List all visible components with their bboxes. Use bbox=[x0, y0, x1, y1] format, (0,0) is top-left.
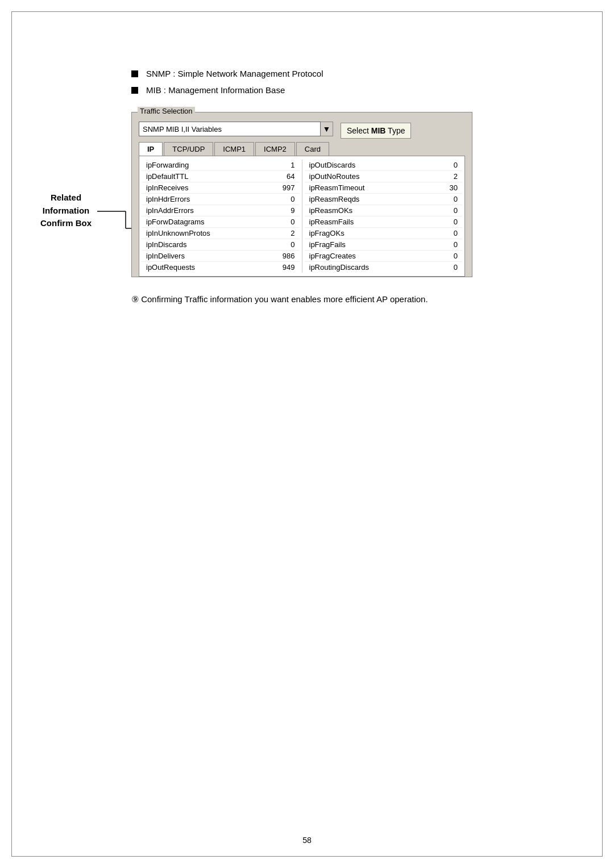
dropdown-row: SNMP MIB I,II Variables ▼ Select MIB Typ… bbox=[139, 122, 465, 136]
table-row: ipDefaultTTL 64 bbox=[142, 171, 300, 182]
mib-type-dropdown[interactable]: SNMP MIB I,II Variables bbox=[139, 122, 321, 136]
chevron-down-icon: ▼ bbox=[323, 124, 331, 133]
table-row: ipInHdrErrors 0 bbox=[142, 194, 300, 205]
page-number: 58 bbox=[29, 836, 585, 845]
page: SNMP : Simple Network Management Protoco… bbox=[11, 11, 603, 857]
tab-icmp2[interactable]: ICMP2 bbox=[255, 142, 295, 156]
footnote: ⑨ Confirming Traffic information you wan… bbox=[131, 294, 585, 304]
bullet-item-snmp: SNMP : Simple Network Management Protoco… bbox=[131, 69, 585, 78]
table-row: ipReasmTimeout 30 bbox=[305, 182, 463, 194]
data-table: ipForwarding 1 ipDefaultTTL 64 ipInRecei… bbox=[139, 156, 465, 277]
table-row: ipInAddrErrors 9 bbox=[142, 205, 300, 216]
right-data-col: ipOutDiscards 0 ipOutNoRoutes 2 ipReasmT… bbox=[305, 160, 463, 273]
table-row: ipOutRequests 949 bbox=[142, 262, 300, 273]
tab-ip[interactable]: IP bbox=[139, 142, 163, 156]
table-row: ipInReceives 997 bbox=[142, 182, 300, 194]
table-row: ipReasmReqds 0 bbox=[305, 194, 463, 205]
left-data-col: ipForwarding 1 ipDefaultTTL 64 ipInRecei… bbox=[142, 160, 300, 273]
bullet-list: SNMP : Simple Network Management Protoco… bbox=[131, 69, 585, 95]
table-row: ipInUnknownProtos 2 bbox=[142, 228, 300, 239]
table-row: ipInDelivers 986 bbox=[142, 251, 300, 262]
bullet-text-mib: MIB : Management Information Base bbox=[146, 85, 285, 95]
table-row: ipReasmOKs 0 bbox=[305, 205, 463, 216]
table-row: ipForwDatagrams 0 bbox=[142, 216, 300, 228]
table-row: ipFragCreates 0 bbox=[305, 251, 463, 262]
bullet-icon-mib bbox=[131, 87, 138, 94]
tab-card[interactable]: Card bbox=[296, 142, 329, 156]
table-row: ipFragFails 0 bbox=[305, 239, 463, 251]
traffic-selection-box: Traffic Selection SNMP MIB I,II Variable… bbox=[131, 112, 472, 277]
table-row: ipFragOKs 0 bbox=[305, 228, 463, 239]
table-row: ipOutDiscards 0 bbox=[305, 160, 463, 171]
col-divider bbox=[302, 160, 302, 273]
bullet-item-mib: MIB : Management Information Base bbox=[131, 85, 585, 95]
tabs-row: IP TCP/UDP ICMP1 ICMP2 Card bbox=[139, 142, 465, 156]
bullet-icon-snmp bbox=[131, 70, 138, 77]
traffic-selection-legend: Traffic Selection bbox=[138, 107, 195, 115]
table-row: ipReasmFails 0 bbox=[305, 216, 463, 228]
tab-tcpudp[interactable]: TCP/UDP bbox=[164, 142, 213, 156]
tab-icmp1[interactable]: ICMP1 bbox=[214, 142, 254, 156]
dropdown-arrow-button[interactable]: ▼ bbox=[321, 122, 333, 136]
table-row: ipForwarding 1 bbox=[142, 160, 300, 171]
table-row: ipOutNoRoutes 2 bbox=[305, 171, 463, 182]
footnote-text: ⑨ Confirming Traffic information you wan… bbox=[131, 294, 428, 304]
table-row: ipRoutingDiscards 0 bbox=[305, 262, 463, 273]
main-content: RelatedInformationConfirm Box Traffic Se… bbox=[131, 112, 585, 304]
bullet-text-snmp: SNMP : Simple Network Management Protoco… bbox=[146, 69, 323, 78]
related-info-label: RelatedInformationConfirm Box bbox=[40, 191, 92, 230]
table-row: ipInDiscards 0 bbox=[142, 239, 300, 251]
tooltip-select-mib: Select MIB Type bbox=[341, 123, 411, 139]
